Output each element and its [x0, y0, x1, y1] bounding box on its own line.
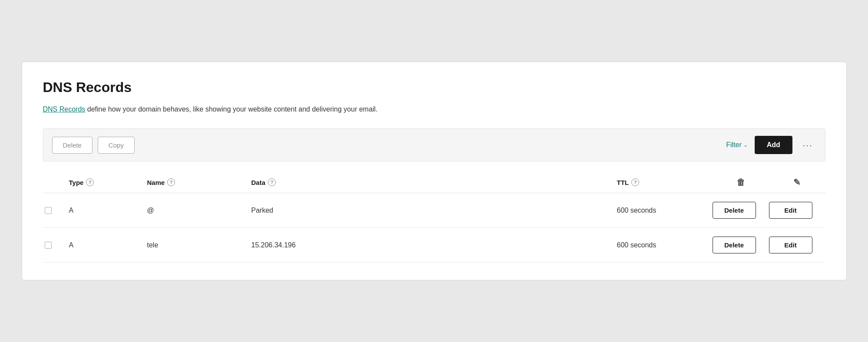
ttl-info-icon[interactable]: ?	[631, 178, 639, 186]
table-row: A @ Parked 600 seconds Delete Edit	[43, 193, 825, 228]
row1-checkbox-cell	[43, 207, 69, 214]
row1-edit-button[interactable]: Edit	[769, 202, 812, 219]
col-type: Type ?	[69, 178, 147, 186]
page-description: DNS Records define how your domain behav…	[43, 104, 825, 115]
row1-delete-cell: Delete	[713, 202, 769, 219]
toolbar-left: Delete Copy	[52, 137, 135, 154]
filter-button[interactable]: Filter ⌄	[726, 141, 748, 149]
row2-checkbox[interactable]	[45, 242, 52, 249]
col-delete-header: 🗑	[713, 178, 769, 187]
row1-data: Parked	[251, 207, 617, 214]
row2-edit-button[interactable]: Edit	[769, 237, 812, 253]
row2-edit-cell: Edit	[769, 237, 825, 253]
page-title: DNS Records	[43, 79, 825, 95]
pencil-icon: ✎	[793, 177, 801, 187]
row2-ttl: 600 seconds	[617, 241, 713, 249]
data-info-icon[interactable]: ?	[268, 178, 276, 186]
row1-name: @	[147, 207, 251, 214]
add-button[interactable]: Add	[755, 136, 792, 154]
row2-name: tele	[147, 241, 251, 249]
table-row: A tele 15.206.34.196 600 seconds Delete …	[43, 228, 825, 263]
chevron-down-icon: ⌄	[743, 142, 748, 148]
row2-type: A	[69, 241, 147, 249]
row1-ttl: 600 seconds	[617, 207, 713, 214]
row1-edit-cell: Edit	[769, 202, 825, 219]
row2-checkbox-cell	[43, 242, 69, 249]
type-info-icon[interactable]: ?	[86, 178, 94, 186]
col-ttl: TTL ?	[617, 178, 713, 186]
row1-checkbox[interactable]	[45, 207, 52, 214]
col-name: Name ?	[147, 178, 251, 186]
name-info-icon[interactable]: ?	[167, 178, 175, 186]
row2-delete-button[interactable]: Delete	[713, 237, 756, 253]
table-header: Type ? Name ? Data ? TTL ? 🗑 ✎	[43, 172, 825, 193]
dns-records-card: DNS Records DNS Records define how your …	[22, 62, 847, 280]
col-edit-header: ✎	[769, 177, 825, 187]
more-options-button[interactable]: ···	[799, 138, 816, 152]
dns-records-table: Type ? Name ? Data ? TTL ? 🗑 ✎	[43, 172, 825, 263]
toolbar: Delete Copy Filter ⌄ Add ···	[43, 128, 825, 161]
delete-button[interactable]: Delete	[52, 137, 92, 154]
trash-icon: 🗑	[736, 178, 745, 187]
row2-data: 15.206.34.196	[251, 241, 617, 249]
toolbar-right: Filter ⌄ Add ···	[726, 136, 816, 154]
copy-button[interactable]: Copy	[98, 137, 135, 154]
col-data: Data ?	[251, 178, 617, 186]
dns-records-link[interactable]: DNS Records	[43, 105, 86, 113]
row1-type: A	[69, 207, 147, 214]
row1-delete-button[interactable]: Delete	[713, 202, 756, 219]
row2-delete-cell: Delete	[713, 237, 769, 253]
